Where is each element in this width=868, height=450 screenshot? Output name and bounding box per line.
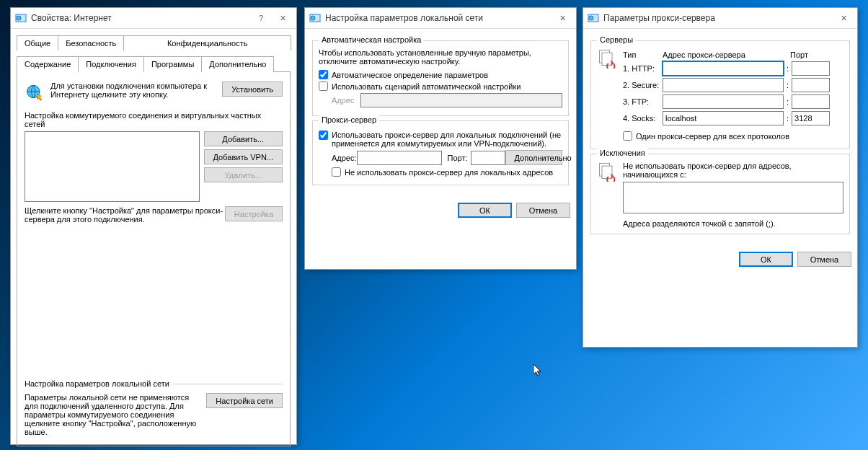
connections-list[interactable] <box>25 131 200 202</box>
servers-group-title: Серверы <box>597 35 636 44</box>
secure-addr-input[interactable] <box>663 78 784 92</box>
auto-detect-label: Автоматическое определение параметров <box>332 71 488 79</box>
titlebar[interactable]: Свойства: Интернет ? ✕ <box>11 8 296 29</box>
same-proxy-label: Один прокси-сервер для всех протоколов <box>636 132 789 141</box>
dial-section-title: Настройка коммутируемого соединения и ви… <box>25 111 278 128</box>
help-button[interactable]: ? <box>250 11 272 25</box>
add-vpn-button[interactable]: Добавить VPN... <box>204 149 283 164</box>
remove-button: Удалить... <box>204 167 283 182</box>
tab-content[interactable]: Содержание <box>17 56 79 72</box>
window-title: Параметры прокси-сервера <box>603 13 833 23</box>
row-socks-label: 4. Socks: <box>623 114 663 123</box>
close-button[interactable]: ✕ <box>833 11 854 25</box>
servers-icon <box>597 48 617 143</box>
internet-options-icon <box>588 12 599 24</box>
proxy-settings-window: Параметры прокси-сервера ✕ Серверы Тип А… <box>583 7 858 348</box>
cancel-button[interactable]: Отмена <box>516 203 570 218</box>
svg-rect-8 <box>602 53 612 66</box>
advanced-button[interactable]: Дополнительно <box>505 150 562 165</box>
lan-note: Параметры локальной сети не применяются … <box>25 393 200 436</box>
internet-options-icon <box>15 12 27 24</box>
window-title: Настройка параметров локальной сети <box>325 13 552 23</box>
tab-general[interactable]: Общие <box>17 35 58 50</box>
auto-config-group: Автоматическая настройка Чтобы использов… <box>312 40 569 116</box>
cancel-button[interactable]: Отмена <box>797 252 851 267</box>
lan-section-title: Настройка параметров локальной сети <box>25 379 169 388</box>
tab-privacy[interactable]: Конфиденциальность <box>123 35 291 50</box>
auto-group-title: Автоматическая настройка <box>319 35 424 44</box>
svg-point-6 <box>589 16 593 20</box>
svg-point-4 <box>311 16 315 20</box>
mouse-cursor <box>533 364 545 379</box>
row-ftp-label: 3. FTP: <box>623 97 663 106</box>
ok-button[interactable]: ОК <box>739 252 793 267</box>
exceptions-input[interactable] <box>623 182 843 213</box>
auto-detect-checkbox[interactable] <box>319 70 328 79</box>
header-type: Тип <box>623 50 663 59</box>
same-proxy-checkbox[interactable] <box>623 131 632 141</box>
socks-port-input[interactable] <box>792 111 830 125</box>
tab-connections[interactable]: Подключения <box>78 56 144 72</box>
socks-addr-input[interactable] <box>663 111 784 125</box>
install-text: Для установки подключения компьютера к И… <box>50 81 216 99</box>
exceptions-icon <box>597 162 617 228</box>
dialog-buttons: ОК Отмена <box>583 246 857 273</box>
globe-icon <box>25 81 45 103</box>
script-addr-label: Адрес <box>332 96 360 105</box>
window-title: Свойства: Интернет <box>31 13 250 23</box>
tab-body: Для установки подключения компьютера к И… <box>17 72 291 446</box>
tab-advanced[interactable]: Дополнительно <box>201 56 274 72</box>
row-http-label: 1. HTTP: <box>623 64 663 73</box>
ftp-port-input[interactable] <box>792 94 830 109</box>
proxy-group: Прокси-сервер Использовать прокси-сервер… <box>312 120 569 185</box>
use-script-label: Использовать сценарий автоматической нас… <box>332 82 521 91</box>
proxy-addr-label: Адрес: <box>332 154 357 162</box>
close-button[interactable]: ✕ <box>552 11 573 25</box>
script-addr-input <box>360 93 562 107</box>
close-button[interactable]: ✕ <box>272 11 293 25</box>
dial-note: Щелкните кнопку "Настройка" для параметр… <box>25 206 225 224</box>
auto-note: Чтобы использовать установленные вручную… <box>319 48 562 66</box>
tab-programs[interactable]: Программы <box>143 56 202 72</box>
svg-rect-10 <box>602 166 612 179</box>
internet-properties-window: Свойства: Интернет ? ✕ Общие Безопасност… <box>10 7 297 445</box>
bypass-local-label: Не использовать прокси-сервер для локаль… <box>345 168 553 177</box>
use-proxy-label: Использовать прокси-сервер для локальных… <box>332 131 562 148</box>
settings-button: Настройка <box>225 206 283 221</box>
header-port: Порт <box>790 50 808 59</box>
exceptions-group-title: Исключения <box>597 149 648 157</box>
internet-options-icon <box>309 12 321 24</box>
bypass-local-checkbox[interactable] <box>332 167 341 177</box>
header-addr: Адрес прокси-сервера <box>663 50 781 59</box>
use-script-checkbox[interactable] <box>319 81 328 91</box>
use-proxy-checkbox[interactable] <box>319 131 328 140</box>
svg-point-1 <box>17 16 21 20</box>
proxy-addr-input[interactable] <box>357 151 442 165</box>
proxy-port-label: Порт: <box>448 154 468 162</box>
row-secure-label: 2. Secure: <box>623 81 663 89</box>
http-port-input[interactable] <box>792 61 830 76</box>
install-button[interactable]: Установить <box>222 81 283 97</box>
titlebar[interactable]: Настройка параметров локальной сети ✕ <box>305 8 576 29</box>
tab-security[interactable]: Безопасность <box>58 35 124 50</box>
dialog-buttons: ОК Отмена <box>305 197 576 224</box>
titlebar[interactable]: Параметры прокси-сервера ✕ <box>583 8 857 29</box>
servers-group: Серверы Тип Адрес прокси-сервера Порт 1.… <box>590 40 850 149</box>
lan-settings-window: Настройка параметров локальной сети ✕ Ав… <box>304 7 577 270</box>
ok-button[interactable]: ОК <box>458 203 512 218</box>
tab-row-2: Содержание Подключения Программы Дополни… <box>17 56 291 72</box>
proxy-port-input[interactable] <box>471 151 505 165</box>
exceptions-note: Адреса разделяются точкой с запятой (;). <box>623 219 843 228</box>
add-button[interactable]: Добавить... <box>204 131 283 146</box>
proxy-group-title: Прокси-сервер <box>319 115 379 124</box>
exceptions-group: Исключения Не использовать прокси-сервер… <box>590 154 850 234</box>
http-addr-input[interactable] <box>663 61 784 76</box>
lan-settings-button[interactable]: Настройка сети <box>206 393 283 408</box>
tab-row-1: Общие Безопасность Конфиденциальность <box>17 35 291 50</box>
ftp-addr-input[interactable] <box>663 94 784 109</box>
secure-port-input[interactable] <box>792 78 830 92</box>
exceptions-label: Не использовать прокси-сервер для адресо… <box>623 162 843 179</box>
